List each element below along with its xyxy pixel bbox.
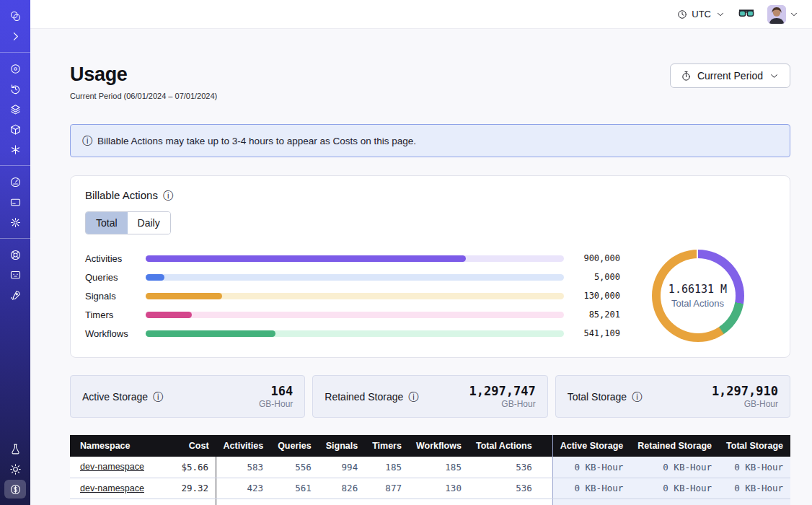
title-block: Usage Current Period (06/01/2024 – 07/01…	[70, 63, 217, 100]
theme-sun-icon	[9, 463, 22, 475]
bar-fill	[146, 255, 466, 262]
temporal-logo-icon	[9, 10, 22, 22]
storage-card-value-block: 164GB-Hour	[259, 384, 293, 409]
total-storage-cell: 0 KB-Hour	[719, 457, 790, 478]
storage-card-total-storage: Total Storage ⓘ1,297,910GB-Hour	[555, 375, 790, 418]
retained-storage-cell: 0 KB-Hour	[630, 499, 719, 505]
bar-track	[146, 255, 564, 262]
bar-fill	[146, 274, 164, 281]
col-header-namespace: Namespace	[70, 435, 154, 457]
sidebar-item-expand-chevron[interactable]	[4, 27, 26, 45]
info-icon[interactable]: ⓘ	[632, 392, 642, 402]
usage-table: NamespaceCostActivitiesQueriesSignalsTim…	[70, 435, 790, 505]
storage-card-value: 164	[259, 384, 293, 398]
timezone-selector[interactable]: UTC	[677, 9, 725, 19]
total-storage-cell: 0 KB-Hour	[719, 478, 790, 499]
sidebar-divider	[0, 238, 30, 239]
queries-cell: 561	[270, 478, 319, 499]
bar-label: Signals	[85, 291, 136, 302]
billable-actions-title-text: Billable Actions	[85, 189, 158, 201]
bar-row-timers: Timers85,201	[85, 305, 620, 324]
period-button-label: Current Period	[697, 70, 763, 82]
storage-card-unit: GB-Hour	[712, 399, 778, 409]
col-header-active-storage: Active Storage	[552, 435, 630, 457]
storage-card-label: Active Storage ⓘ	[82, 391, 163, 403]
chevron-down-icon	[715, 9, 725, 19]
deployments-icon	[9, 123, 22, 136]
bar-fill	[146, 293, 222, 299]
col-header-activities: Activities	[216, 435, 271, 457]
bar-value: 130,000	[575, 291, 620, 301]
info-icon[interactable]: ⓘ	[408, 392, 418, 402]
sidebar	[0, 0, 30, 505]
sidebar-item-theme-sun[interactable]	[4, 460, 26, 478]
sidebar-item-getting-started-rocket[interactable]	[4, 286, 26, 304]
usage-gauge-icon	[9, 176, 22, 188]
sidebar-item-support-lifebuoy[interactable]	[4, 245, 26, 264]
bar-value: 5,000	[575, 272, 620, 282]
storage-card-value: 1,297,747	[469, 384, 536, 398]
storage-card-unit: GB-Hour	[259, 399, 293, 409]
billable-actions-title: Billable Actions ⓘ	[85, 189, 775, 201]
page-header: Usage Current Period (06/01/2024 – 07/01…	[70, 63, 790, 100]
layers-icon	[9, 103, 22, 115]
queries-cell: 536	[270, 499, 319, 505]
bar-fill	[146, 312, 192, 318]
col-header-timers: Timers	[365, 435, 409, 457]
bar-label: Workflows	[85, 328, 136, 339]
dark-mode-glasses-button[interactable]	[738, 9, 754, 20]
bar-track	[146, 293, 564, 299]
sidebar-item-namespaces[interactable]	[4, 59, 26, 78]
sidebar-item-billing-card[interactable]	[4, 193, 26, 211]
sidebar-item-temporal-logo[interactable]	[4, 6, 26, 25]
col-header-retained-storage: Retained Storage	[630, 435, 719, 457]
sidebar-item-layers[interactable]	[4, 100, 26, 118]
retained-storage-cell: 0 KB-Hour	[630, 478, 719, 499]
sidebar-item-labs-flask[interactable]	[4, 439, 26, 458]
bar-row-workflows: Workflows541,109	[85, 324, 620, 343]
sidebar-item-deployments[interactable]	[4, 120, 26, 139]
sidebar-item-usage-gauge[interactable]	[4, 172, 26, 191]
bar-label: Activities	[85, 253, 136, 264]
total-daily-toggle: TotalDaily	[85, 211, 171, 234]
sidebar-item-usage-dollar[interactable]	[4, 480, 26, 499]
info-icon[interactable]: ⓘ	[163, 190, 173, 201]
usage-table-wrap: NamespaceCostActivitiesQueriesSignalsTim…	[70, 435, 790, 505]
total-actions-cell: 130	[469, 499, 552, 505]
settings-gear-icon	[9, 216, 22, 229]
activities-cell: 492	[216, 499, 271, 505]
bar-track	[146, 330, 564, 337]
chevron-down-icon	[789, 9, 799, 19]
namespace-link[interactable]: dev-namespace	[80, 483, 144, 493]
usage-dollar-icon	[9, 483, 22, 496]
chevron-down-icon	[769, 71, 780, 82]
clock-icon	[677, 9, 687, 19]
workflows-cell: 130	[409, 478, 469, 499]
active-storage-cell: 0 KB-Hour	[552, 499, 630, 505]
namespace-link[interactable]: dev-namespace	[80, 462, 144, 472]
donut-chart: 1.66131 M Total Actions	[652, 250, 744, 342]
history-icon	[9, 83, 22, 95]
sidebar-item-settings-gear[interactable]	[4, 213, 26, 232]
col-header-signals: Signals	[319, 435, 365, 457]
table-row: dev-namespace$5.665835569941851855360 KB…	[70, 457, 790, 478]
user-menu[interactable]	[767, 5, 799, 24]
bar-value: 900,000	[575, 253, 620, 263]
storage-card-retained-storage: Retained Storage ⓘ1,297,747GB-Hour	[312, 375, 547, 418]
bar-chart: Activities900,000Queries5,000Signals130,…	[85, 249, 620, 343]
sidebar-item-feedback-terminal[interactable]	[4, 265, 26, 284]
period-selector-button[interactable]: Current Period	[670, 63, 790, 88]
tab-daily[interactable]: Daily	[128, 212, 170, 234]
col-header-total-storage: Total Storage	[719, 435, 790, 457]
col-header-workflows: Workflows	[409, 435, 469, 457]
info-icon[interactable]: ⓘ	[153, 392, 163, 402]
storage-card-label: Total Storage ⓘ	[568, 391, 643, 403]
sidebar-item-nexus[interactable]	[4, 140, 26, 159]
stopwatch-icon	[681, 71, 692, 82]
nexus-icon	[9, 144, 22, 156]
tab-total[interactable]: Total	[86, 212, 128, 234]
table-header-row: NamespaceCostActivitiesQueriesSignalsTim…	[70, 435, 790, 457]
sidebar-item-history[interactable]	[4, 79, 26, 98]
glasses-icon	[738, 9, 754, 20]
table-row: dev-namespace29.324235618268771305360 KB…	[70, 478, 790, 499]
